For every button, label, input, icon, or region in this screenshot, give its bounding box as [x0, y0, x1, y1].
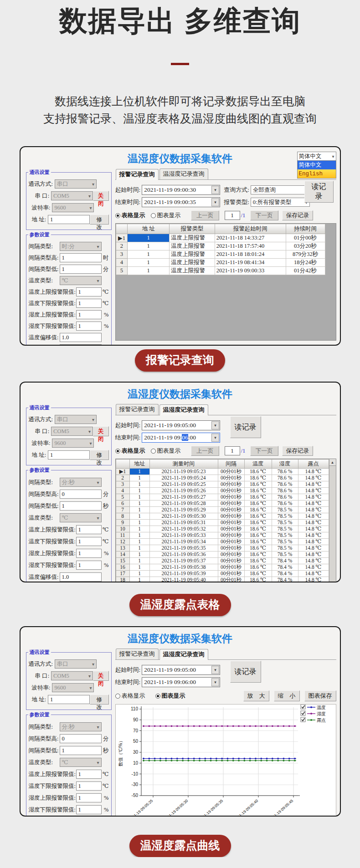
row-number-cell[interactable]: 18	[116, 577, 129, 583]
interval-low-input[interactable]: 1	[60, 501, 102, 511]
language-option-english[interactable]: English	[298, 169, 336, 178]
comm-mode-select[interactable]: 串口▾	[55, 659, 97, 669]
next-page-button[interactable]: 下一页	[250, 210, 278, 220]
table-cell[interactable]: 18分24秒	[286, 259, 325, 267]
table-view-radio[interactable]: 表格显示	[115, 692, 145, 700]
temp-lower-limit-input[interactable]: 1	[76, 537, 102, 546]
table-cell[interactable]: 1	[129, 488, 149, 494]
table-cell[interactable]: 03分20秒	[286, 242, 325, 250]
table-cell[interactable]: 78.5 %	[272, 513, 298, 520]
hum-lower-limit-input[interactable]: 1	[76, 322, 102, 331]
table-row[interactable]: 212021-11-19 09:05:2400分01秒18.6 ℃78.6 %1…	[116, 475, 329, 481]
table-cell[interactable]: 14.8 ℃	[298, 469, 329, 475]
table-row[interactable]: 512021-11-19 09:05:2700分01秒18.6 ℃78.6 %1…	[116, 494, 329, 500]
table-cell[interactable]: 78.5 %	[272, 532, 298, 539]
table-cell[interactable]: 00分01秒	[218, 564, 244, 571]
table-cell[interactable]: 2021-11-18 17:57:40	[215, 242, 286, 250]
table-cell[interactable]: 14.8 ℃	[298, 513, 329, 520]
column-header[interactable]: 持续时间	[286, 224, 325, 234]
comm-mode-select[interactable]: 串口▾	[55, 179, 97, 189]
column-header[interactable]: 间隔	[218, 460, 244, 469]
table-cell[interactable]: 1	[129, 500, 149, 507]
table-cell[interactable]: 2021-11-19 08:41:34	[215, 259, 286, 267]
interval-type-select[interactable]: 时:分▾	[60, 242, 102, 251]
table-cell[interactable]: 2021-11-19 09:05:24	[149, 475, 218, 481]
temp-offset-input[interactable]: 1.0	[60, 333, 102, 342]
table-cell[interactable]: 00分01秒	[218, 494, 244, 500]
table-cell[interactable]: 00分01秒	[218, 475, 244, 481]
table-cell[interactable]: 2021-11-19 09:05:25	[149, 481, 218, 488]
table-cell[interactable]: 14.8 ℃	[298, 494, 329, 500]
page-number-input[interactable]: 1	[225, 446, 240, 455]
table-cell[interactable]: 18.6 ℃	[244, 481, 272, 488]
save-records-button[interactable]: 保存记录	[282, 210, 313, 220]
table-cell[interactable]: 18.6 ℃	[244, 475, 272, 481]
table-cell[interactable]: 温度上限报警	[169, 242, 215, 250]
prev-page-button[interactable]: 上一页	[191, 446, 219, 456]
table-row[interactable]: 812021-11-19 09:05:3000分01秒18.6 ℃78.5 %1…	[116, 513, 329, 520]
start-time-input[interactable]: 2021-11-19 09:00:30▾	[142, 185, 220, 195]
modify-address-button[interactable]: 修改	[90, 694, 108, 705]
temp-lower-limit-input[interactable]: 1	[76, 299, 102, 308]
column-header[interactable]: 地址	[129, 460, 149, 469]
date-picker-icon[interactable]: ▾	[211, 421, 219, 429]
table-cell[interactable]: 78.5 %	[272, 551, 298, 558]
table-cell[interactable]: 78.6 %	[272, 481, 298, 488]
table-cell[interactable]: 2021-11-19 09:05:38	[149, 564, 218, 571]
end-time-input[interactable]: 2021-11-19 09:06:00▾	[142, 677, 220, 687]
scroll-up-icon[interactable]: ▲	[329, 459, 336, 466]
temp-type-select[interactable]: ℃▾	[60, 276, 102, 285]
hum-lower-limit-input[interactable]: 1	[76, 561, 102, 570]
table-cell[interactable]: 14.8 ℃	[298, 545, 329, 551]
table-cell[interactable]: 1	[129, 539, 149, 545]
temp-upper-limit-input[interactable]: 1	[76, 770, 102, 779]
table-cell[interactable]: 2021-11-19 09:05:34	[149, 539, 218, 545]
close-port-button[interactable]: 关闭	[93, 191, 108, 201]
date-picker-icon[interactable]: ▾	[211, 186, 219, 194]
read-records-button[interactable]: 读记录	[230, 416, 261, 438]
table-row[interactable]: 412021-11-19 09:05:2600分01秒18.6 ℃78.6 %1…	[116, 488, 329, 494]
tab-alarm-query[interactable]: 报警记录查询	[116, 169, 159, 180]
baud-rate-select[interactable]: 9600▾	[52, 439, 94, 448]
row-number-cell[interactable]: 15	[116, 558, 129, 564]
date-picker-icon[interactable]: ▾	[211, 198, 219, 206]
table-cell[interactable]: 14.8 ℃	[298, 481, 329, 488]
table-cell[interactable]: 00分01秒	[218, 481, 244, 488]
table-row[interactable]: ▶112021-11-19 09:05:2300分01秒18.6 ℃78.6 %…	[116, 469, 329, 475]
table-row[interactable]: 1812021-11-19 09:05:4000分01秒18.6 ℃78.4 %…	[116, 577, 329, 583]
table-cell[interactable]: 14.8 ℃	[298, 507, 329, 513]
table-cell[interactable]: 14.8 ℃	[298, 532, 329, 539]
start-time-input[interactable]: 2021-11-19 09:05:00▾	[142, 420, 220, 430]
column-header[interactable]: 地 址	[128, 224, 170, 234]
tab-record-query[interactable]: 温湿度记录查询	[159, 649, 208, 660]
row-number-cell[interactable]: 4	[116, 488, 129, 494]
table-cell[interactable]: 00分01秒	[218, 577, 244, 583]
column-header[interactable]: 报警类型	[169, 224, 215, 234]
table-cell[interactable]: 00分01秒	[218, 520, 244, 526]
query-mode-select[interactable]: 全部查询▾	[251, 185, 310, 194]
table-cell[interactable]: 00分01秒	[218, 469, 244, 475]
table-cell[interactable]: 78.5 %	[272, 507, 298, 513]
row-number-cell[interactable]: 7	[116, 507, 129, 513]
table-cell[interactable]: 00分01秒	[218, 507, 244, 513]
hum-upper-limit-input[interactable]: 1	[76, 793, 102, 802]
hum-upper-limit-input[interactable]: 1	[76, 310, 102, 319]
chart-view-radio[interactable]: 图表显示	[151, 211, 181, 220]
table-cell[interactable]: 温度上限报警	[169, 250, 215, 259]
table-cell[interactable]: 78.4 %	[272, 571, 298, 577]
table-cell[interactable]: 1	[129, 513, 149, 520]
temp-offset-input[interactable]: 1.0	[60, 572, 102, 582]
zoom-in-button[interactable]: 放 大	[243, 690, 269, 701]
row-number-cell[interactable]: 4	[116, 259, 128, 267]
table-cell[interactable]: 1	[129, 577, 149, 583]
baud-rate-select[interactable]: 9600▾	[52, 683, 94, 692]
end-time-input[interactable]: 2021-11-19 09:00:35▾	[142, 197, 220, 207]
column-header[interactable]: 测量时间	[149, 460, 218, 469]
table-cell[interactable]: 78.4 %	[272, 558, 298, 564]
table-cell[interactable]: 00分01秒	[218, 532, 244, 539]
row-number-cell[interactable]: 13	[116, 545, 129, 551]
serial-port-select[interactable]: COM5▾	[51, 191, 93, 200]
table-view-radio[interactable]: 表格显示	[115, 211, 145, 220]
row-number-cell[interactable]: 3	[116, 250, 128, 259]
table-cell[interactable]: 18.6 ℃	[244, 564, 272, 571]
